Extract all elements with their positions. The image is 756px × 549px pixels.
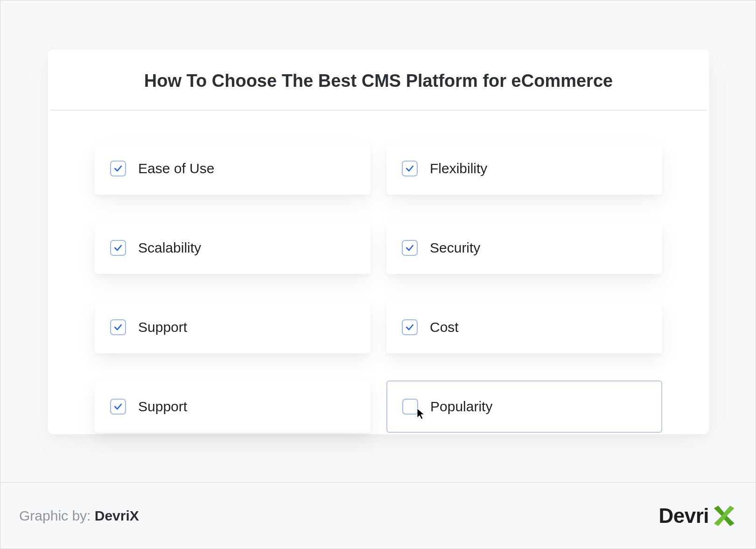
checkbox-checked-icon[interactable] [402, 240, 418, 256]
criteria-item[interactable]: Security [386, 222, 662, 274]
criteria-label: Security [430, 240, 480, 256]
criteria-label: Flexibility [430, 161, 487, 176]
checkbox-checked-icon[interactable] [402, 161, 418, 176]
criteria-item[interactable]: Flexibility [386, 142, 662, 195]
criteria-item[interactable]: Support [95, 301, 371, 353]
credit-brand: DevriX [95, 508, 139, 523]
criteria-label: Cost [430, 319, 459, 335]
credit-prefix: Graphic by: [19, 508, 95, 523]
logo-wordmark: Devri [658, 504, 709, 528]
criteria-item[interactable]: Ease of Use [95, 142, 371, 195]
card-title: How To Choose The Best CMS Platform for … [48, 49, 709, 110]
checkbox-checked-icon[interactable] [110, 240, 126, 256]
checkbox-checked-icon[interactable] [402, 319, 418, 335]
credit-line: Graphic by: DevriX [19, 508, 139, 524]
checkbox-checked-icon[interactable] [110, 161, 126, 176]
criteria-grid: Ease of Use Flexibility Scalability Secu… [48, 111, 709, 433]
checkbox-checked-icon[interactable] [110, 399, 126, 415]
criteria-label: Support [138, 319, 187, 335]
criteria-item[interactable]: Scalability [95, 222, 371, 274]
criteria-label: Ease of Use [138, 161, 214, 176]
criteria-item-active[interactable]: Popularity [386, 380, 662, 433]
checkbox-unchecked-icon[interactable] [402, 399, 418, 415]
footer: Graphic by: DevriX Devri [0, 482, 756, 549]
infographic-card: How To Choose The Best CMS Platform for … [48, 49, 709, 434]
criteria-label: Popularity [430, 399, 492, 415]
brand-logo: Devri [658, 502, 737, 529]
criteria-item[interactable]: Cost [386, 301, 662, 353]
criteria-item[interactable]: Support [95, 380, 371, 433]
criteria-label: Support [138, 399, 187, 415]
criteria-label: Scalability [138, 240, 201, 256]
checkbox-checked-icon[interactable] [110, 319, 126, 335]
logo-x-icon [710, 502, 737, 529]
